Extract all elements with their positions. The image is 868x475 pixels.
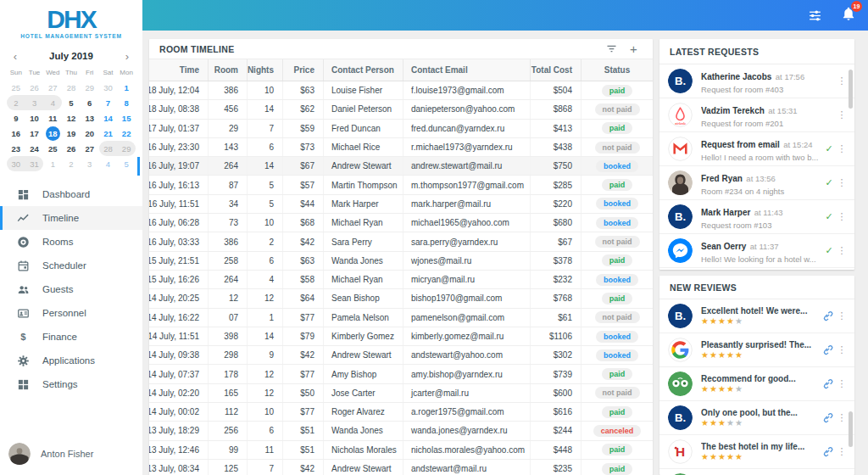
cell-email-link[interactable]: bishop1970@gmail.com: [403, 289, 531, 307]
review-item[interactable]: Recommend for good... ★★★★★ ⋮: [659, 367, 854, 401]
confirm-check-icon[interactable]: ✓: [822, 143, 836, 154]
calendar-day[interactable]: 12: [62, 110, 81, 126]
table-row[interactable]: 16 July, 06:28 73 10 $68 Michael Ryan mi…: [149, 214, 653, 232]
kebab-menu-icon[interactable]: ⋮: [836, 310, 848, 321]
table-row[interactable]: 15 July, 21:51 258 6 $63 Wanda Jones wjo…: [149, 252, 653, 271]
calendar-day[interactable]: 20: [81, 126, 99, 141]
calendar-day[interactable]: 26: [25, 80, 44, 95]
table-row[interactable]: 14 July, 09:38 298 9 $42 Andrew Stewart …: [149, 346, 653, 365]
cell-email-link[interactable]: a.roger1975@gmail.com: [403, 403, 531, 421]
cell-email-link[interactable]: nicholas.morales@yahoo.com: [403, 441, 531, 459]
sidebar-item[interactable]: Scheduler: [0, 254, 142, 277]
table-row[interactable]: 16 July, 03:33 386 2 $42 Sara Perry sara…: [149, 232, 653, 251]
kebab-menu-icon[interactable]: ⋮: [836, 75, 848, 87]
calendar-day[interactable]: 30: [99, 80, 118, 95]
table-row[interactable]: 14 July, 00:02 112 10 $77 Roger Alvarez …: [149, 403, 653, 422]
calendar-day[interactable]: 27: [43, 80, 62, 95]
cell-email-link[interactable]: r.michael1973@yarndex.ru: [403, 138, 531, 156]
filter-icon[interactable]: [605, 42, 618, 55]
calendar-day[interactable]: 28: [99, 141, 118, 156]
reviews-scrollbar[interactable]: [849, 411, 853, 447]
review-item[interactable]: Pleasantly surprised! The... ★★★★★ ⋮: [659, 333, 854, 367]
table-row[interactable]: 13 July, 12:46 99 11 $51 Nicholas Morale…: [149, 441, 653, 460]
table-row[interactable]: 16 July, 23:30 143 6 $73 Michael Rice r.…: [149, 138, 653, 157]
calendar-day[interactable]: 11: [43, 110, 62, 126]
calendar-day[interactable]: 19: [62, 126, 81, 141]
cell-email-link[interactable]: kimberly.gomez@mail.ru: [403, 327, 531, 345]
table-row[interactable]: 18 July, 12:04 386 10 $63 Louise Fisher …: [149, 81, 653, 100]
link-icon[interactable]: [821, 310, 834, 322]
calendar-day[interactable]: 4: [99, 156, 118, 171]
table-row[interactable]: 17 July, 01:37 29 7 $59 Fred Duncan fred…: [149, 120, 653, 138]
notifications-bell-icon[interactable]: 19: [841, 6, 856, 25]
calendar-day[interactable]: 31: [25, 156, 44, 171]
table-row[interactable]: 16 July, 11:51 34 5 $44 Mark Harper mark…: [149, 195, 653, 214]
request-item[interactable]: Request from email at 15:24 Hello! I nee…: [659, 132, 854, 166]
cell-email-link[interactable]: michael1965@yahoo.com: [403, 214, 531, 232]
cell-email-link[interactable]: wjones@mail.ru: [403, 252, 531, 270]
calendar-day[interactable]: 29: [81, 80, 99, 95]
calendar-day[interactable]: 30: [7, 156, 25, 171]
calendar-day[interactable]: 14: [99, 110, 118, 126]
table-row[interactable]: 14 July, 20:25 12 12 $64 Sean Bishop bis…: [149, 289, 653, 308]
sidebar-item[interactable]: Timeline: [0, 206, 142, 230]
sidebar-item[interactable]: Finance: [0, 325, 142, 349]
kebab-menu-icon[interactable]: ⋮: [836, 245, 848, 256]
kebab-menu-icon[interactable]: ⋮: [836, 211, 848, 222]
review-item[interactable]: Only one pool, but the... ★★★★★ ⋮: [659, 401, 854, 435]
kebab-menu-icon[interactable]: ⋮: [836, 344, 848, 355]
table-row[interactable]: 16 July, 19:07 264 14 $67 Andrew Stewart…: [149, 157, 653, 176]
cell-email-link[interactable]: daniepeterson@yahoo.com: [403, 100, 531, 118]
link-icon[interactable]: [821, 445, 834, 458]
tune-icon[interactable]: [808, 8, 822, 23]
cell-email-link[interactable]: sara.perry@yarndex.ru: [403, 232, 531, 250]
calendar-day[interactable]: 29: [117, 141, 136, 156]
calendar-day[interactable]: 22: [117, 126, 136, 141]
sidebar-item[interactable]: Settings: [0, 372, 142, 396]
table-row[interactable]: 14 July, 11:51 398 14 $79 Kimberly Gomez…: [149, 327, 653, 346]
kebab-menu-icon[interactable]: ⋮: [836, 177, 848, 188]
calendar-day[interactable]: 15: [117, 110, 136, 126]
calendar-day[interactable]: 2: [7, 95, 25, 110]
calendar-prev-icon[interactable]: ‹: [7, 50, 24, 63]
calendar-day[interactable]: 3: [25, 95, 44, 110]
link-icon[interactable]: [821, 377, 834, 390]
kebab-menu-icon[interactable]: ⋮: [836, 109, 848, 120]
calendar-day[interactable]: 2: [62, 156, 81, 171]
request-item[interactable]: Fred Ryan at 13:56 Room #234 on 4 nights…: [659, 166, 854, 200]
calendar-day[interactable]: 24: [25, 141, 44, 156]
calendar-day[interactable]: 6: [81, 95, 99, 110]
table-row[interactable]: 14 July, 07:37 178 12 $77 Amy Bishop amy…: [149, 365, 653, 383]
calendar-day[interactable]: 16: [7, 126, 25, 141]
confirm-check-icon[interactable]: ✓: [822, 177, 836, 188]
kebab-menu-icon[interactable]: ⋮: [836, 378, 848, 389]
calendar-day[interactable]: 25: [43, 141, 62, 156]
calendar-day[interactable]: 10: [25, 110, 44, 126]
cell-email-link[interactable]: andrew.stewart@mail.ru: [403, 157, 531, 175]
calendar-day[interactable]: 3: [81, 156, 99, 171]
confirm-check-icon[interactable]: ✓: [822, 245, 836, 256]
calendar-day[interactable]: 4: [43, 95, 62, 110]
calendar-day[interactable]: 27: [81, 141, 99, 156]
table-row[interactable]: 16 July, 16:13 87 5 $57 Martin Thompson …: [149, 176, 653, 194]
calendar-day[interactable]: 13: [81, 110, 99, 126]
link-icon[interactable]: [821, 344, 834, 356]
kebab-menu-icon[interactable]: ⋮: [836, 412, 848, 423]
add-booking-icon[interactable]: +: [630, 42, 643, 55]
cell-email-link[interactable]: amy.bishop@yarndex.ru: [403, 365, 531, 383]
calendar-day[interactable]: 25: [7, 80, 25, 95]
table-row[interactable]: 14 July, 16:22 07 1 $77 Pamela Nelson pa…: [149, 309, 653, 327]
request-item[interactable]: Mark Harper at 11:43 Request room #103 ✓…: [659, 200, 854, 234]
calendar-day[interactable]: 9: [7, 110, 25, 126]
cell-email-link[interactable]: jcarter@mail.ru: [403, 384, 531, 402]
calendar-day[interactable]: 5: [117, 156, 136, 171]
confirm-check-icon[interactable]: ✓: [822, 211, 836, 222]
calendar-day[interactable]: 17: [25, 126, 44, 141]
kebab-menu-icon[interactable]: ⋮: [836, 446, 848, 457]
requests-scrollbar[interactable]: [849, 70, 853, 109]
cell-email-link[interactable]: wanda.jones@yarndex.ru: [403, 422, 531, 439]
table-row[interactable]: 14 July, 02:20 165 12 $50 Jose Carter jc…: [149, 384, 653, 403]
cell-email-link[interactable]: m.thompson1977@gmail.com: [403, 176, 531, 193]
calendar-day[interactable]: 26: [62, 141, 81, 156]
cell-email-link[interactable]: pamenelson@gmail.com: [403, 309, 531, 327]
